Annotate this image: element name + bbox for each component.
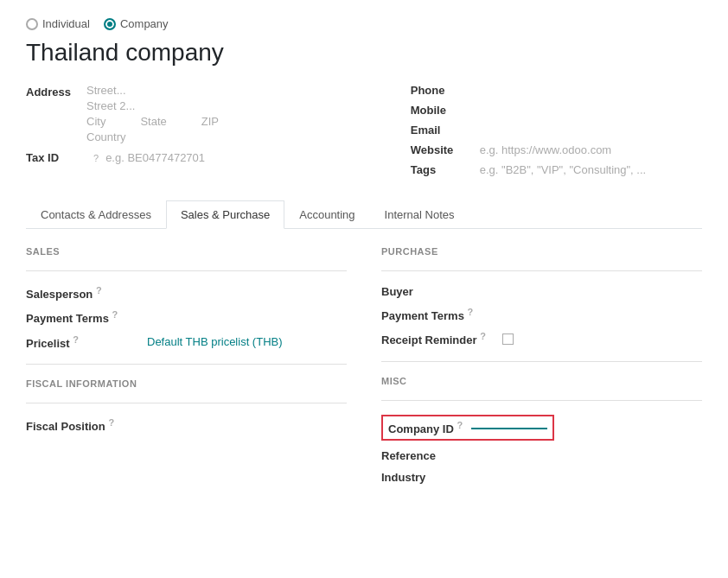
receipt-reminder-field: Receipt Reminder ? [381, 331, 702, 346]
fiscal-position-help-icon[interactable]: ? [108, 417, 114, 428]
individual-option[interactable]: Individual [26, 17, 90, 30]
taxid-label: Tax ID [26, 151, 86, 164]
industry-field: Industry [381, 471, 702, 484]
fiscal-section-header: FISCAL INFORMATION [26, 378, 347, 389]
misc-divider [381, 400, 702, 401]
buyer-label: Buyer [381, 285, 502, 298]
tags-field: Tags e.g. "B2B", "VIP", "Consulting", ..… [411, 163, 702, 176]
city-state-zip-row: City State ZIP [86, 115, 376, 128]
content-right: PURCHASE Buyer Payment Terms ? Receipt R… [381, 246, 702, 492]
payment-terms-sales-help-icon[interactable]: ? [112, 309, 118, 320]
form-right: Phone Mobile Email Website e.g. https://… [411, 84, 702, 183]
company-id-help-icon[interactable]: ? [457, 420, 463, 430]
pricelist-label: Pricelist ? [26, 334, 147, 350]
contact-type-selector: Individual Company [26, 17, 702, 30]
fiscal-position-label: Fiscal Position ? [26, 417, 147, 433]
company-id-label: Company ID ? [388, 420, 463, 435]
tags-input[interactable]: e.g. "B2B", "VIP", "Consulting", ... [480, 163, 646, 176]
tabs-container: Contacts & Addresses Sales & Purchase Ac… [26, 200, 702, 229]
salesperson-field: Salesperson ? [26, 285, 347, 301]
purchase-divider [381, 270, 702, 271]
industry-label: Industry [381, 471, 502, 484]
payment-terms-sales-label: Payment Terms ? [26, 309, 147, 325]
fiscal-divider [26, 403, 347, 403]
tab-content: SALES Salesperson ? Payment Terms ? Pric… [26, 246, 702, 492]
receipt-reminder-label: Receipt Reminder ? [381, 331, 502, 346]
tab-contacts-addresses[interactable]: Contacts & Addresses [26, 200, 166, 229]
pricelist-help-icon[interactable]: ? [73, 334, 79, 345]
content-left: SALES Salesperson ? Payment Terms ? Pric… [26, 246, 347, 492]
receipt-reminder-checkbox[interactable] [502, 333, 514, 345]
company-option[interactable]: Company [104, 17, 169, 30]
pricelist-field: Pricelist ? Default THB pricelist (THB) [26, 334, 347, 350]
address-inputs: Street... Street 2... City State ZIP Cou… [86, 84, 376, 146]
page-title: Thailand company [26, 39, 702, 67]
company-radio[interactable] [104, 18, 116, 30]
city-input[interactable]: City [86, 115, 105, 128]
reference-field: Reference [381, 449, 702, 462]
reference-label: Reference [381, 449, 502, 462]
fiscal-divider-top [26, 364, 347, 365]
contact-form: Address Street... Street 2... City State… [26, 84, 702, 183]
fiscal-position-field: Fiscal Position ? [26, 417, 347, 433]
individual-radio[interactable] [26, 18, 38, 30]
taxid-input[interactable]: e.g. BE0477472701 [105, 151, 205, 164]
street-input[interactable]: Street... [86, 84, 376, 97]
country-input[interactable]: Country [86, 130, 376, 143]
sales-section-header: SALES [26, 246, 347, 257]
company-id-field-row: Company ID ? [381, 415, 702, 441]
website-label: Website [411, 143, 480, 156]
tab-accounting[interactable]: Accounting [284, 200, 369, 229]
company-label: Company [120, 17, 169, 30]
receipt-reminder-help-icon[interactable]: ? [480, 331, 486, 341]
address-label: Address [26, 84, 86, 98]
company-id-highlighted-box: Company ID ? [381, 415, 554, 441]
mobile-field: Mobile [411, 104, 702, 117]
mobile-label: Mobile [411, 104, 480, 117]
purchase-section-header: PURCHASE [381, 246, 702, 257]
payment-terms-purchase-field: Payment Terms ? [381, 307, 702, 322]
sales-divider [26, 270, 347, 271]
payment-terms-sales-field: Payment Terms ? [26, 309, 347, 325]
street2-input[interactable]: Street 2... [86, 99, 376, 112]
form-left: Address Street... Street 2... City State… [26, 84, 376, 183]
taxid-field: Tax ID ? e.g. BE0477472701 [26, 151, 376, 164]
payment-terms-purchase-label: Payment Terms ? [381, 307, 502, 322]
payment-terms-purchase-help-icon[interactable]: ? [467, 307, 473, 317]
email-label: Email [411, 124, 480, 137]
taxid-help-icon[interactable]: ? [93, 153, 99, 163]
tab-sales-purchase[interactable]: Sales & Purchase [166, 200, 284, 229]
misc-divider-top [381, 361, 702, 362]
salesperson-help-icon[interactable]: ? [96, 285, 102, 295]
tab-internal-notes[interactable]: Internal Notes [370, 200, 469, 229]
email-field: Email [411, 124, 702, 137]
company-id-input[interactable] [471, 426, 547, 429]
website-input[interactable]: e.g. https://www.odoo.com [480, 143, 611, 156]
individual-label: Individual [42, 17, 90, 30]
phone-field: Phone [411, 84, 702, 97]
misc-section-header: MISC [381, 376, 702, 386]
buyer-field: Buyer [381, 285, 702, 298]
pricelist-value[interactable]: Default THB pricelist (THB) [147, 335, 283, 348]
zip-input[interactable]: ZIP [201, 115, 219, 128]
phone-label: Phone [411, 84, 480, 97]
address-field-group: Address Street... Street 2... City State… [26, 84, 376, 146]
salesperson-label: Salesperson ? [26, 285, 147, 301]
tags-label: Tags [411, 163, 480, 176]
state-input[interactable]: State [140, 115, 166, 128]
website-field: Website e.g. https://www.odoo.com [411, 143, 702, 156]
